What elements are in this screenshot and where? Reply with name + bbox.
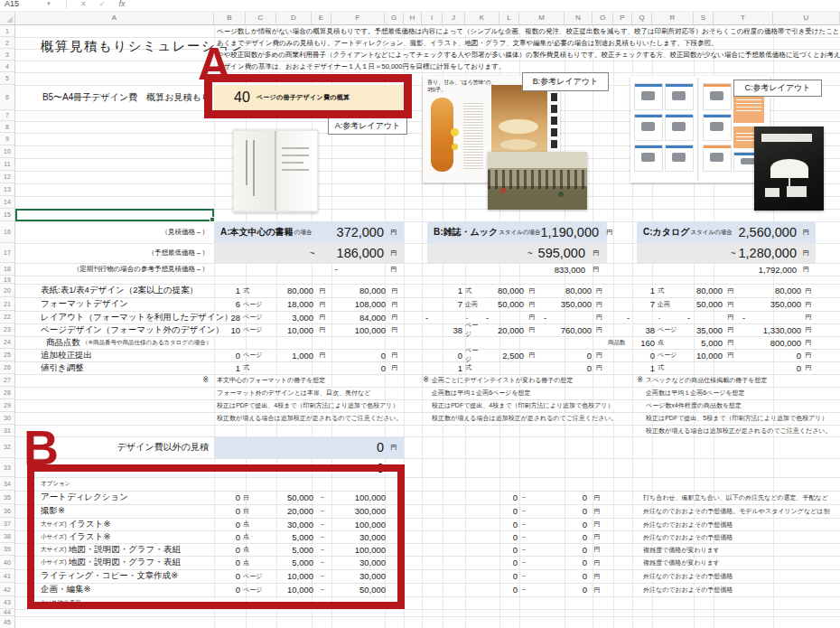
cell[interactable]: 50,000	[684, 299, 723, 309]
option-mid-values[interactable]: 0~0円	[422, 518, 607, 530]
cell[interactable]: 円	[723, 286, 739, 295]
cell[interactable]: 0	[530, 506, 587, 516]
cell[interactable]: 80,000	[540, 286, 592, 295]
row-number-40[interactable]: 40	[0, 556, 14, 569]
row-number-13[interactable]: 13	[0, 183, 14, 196]
cell[interactable]: ページ	[655, 325, 684, 334]
cell[interactable]: 円	[587, 572, 607, 581]
line-item-label[interactable]: 商品点数（※商品番号や商品仕様のあるカタログの場合）	[15, 336, 212, 349]
line-item-values-b[interactable]: 0ページ2,500円0円	[422, 349, 607, 361]
column-header-N[interactable]: N	[565, 11, 593, 25]
cell[interactable]: 円	[801, 286, 816, 295]
row-number-12[interactable]: 12	[0, 171, 14, 183]
cell[interactable]: 式	[240, 286, 276, 295]
cell[interactable]: 円	[313, 300, 331, 309]
option-mid-values[interactable]: 0~0円	[422, 569, 607, 583]
cell[interactable]: 1	[623, 286, 655, 295]
line-item-values-c[interactable]: ---円-円	[623, 311, 816, 323]
select-all-corner[interactable]	[0, 11, 15, 25]
line-item-values-b[interactable]: ---円-円	[422, 311, 607, 323]
line-item-label[interactable]: フォーマットデザイン	[15, 297, 212, 311]
cell[interactable]: 0	[422, 506, 518, 516]
row-number-39[interactable]: 39	[0, 543, 14, 556]
line-item-values-a[interactable]: 28ページ3,000円84,000円	[214, 311, 404, 323]
section-note[interactable]: 企画ごとにデザインテイストが変わる冊子の想定	[432, 376, 573, 384]
row-number-33[interactable]: 33	[0, 458, 14, 477]
cell[interactable]: 1,330,000	[739, 325, 801, 335]
row-number-2[interactable]: 2	[0, 37, 14, 49]
section-c-periodical-row[interactable]: 1,792,000円	[637, 263, 816, 276]
cell[interactable]: -	[422, 313, 462, 323]
line-item-label[interactable]: レイアウト（フォーマットを利用したデザイン）	[15, 311, 212, 323]
insert-function-icon[interactable]: fx	[118, 0, 125, 8]
line-item-label[interactable]: ページデザイン（フォーマット外のデザイン）	[15, 323, 212, 336]
line-item-values-a[interactable]: 6ページ18,000円108,000円	[214, 297, 404, 311]
cell[interactable]: 10,000	[684, 351, 723, 361]
cell[interactable]: ページ	[240, 325, 276, 334]
line-item-values-a[interactable]: 1式80,000円80,000円	[214, 284, 404, 297]
row-number-45[interactable]: 45	[0, 616, 14, 628]
section-a-price-row[interactable]: A:本文中心の書籍の場合 372,000円	[214, 221, 404, 243]
row-number-19[interactable]: 19	[0, 276, 14, 284]
cell[interactable]: 円	[587, 507, 607, 516]
section-note[interactable]: 校正数が増える場合は追加校正が足されるのでご注意ください。	[646, 426, 831, 435]
cell[interactable]: 80,000	[739, 286, 801, 295]
cell[interactable]: 円	[386, 363, 404, 372]
cell[interactable]: ~	[518, 521, 530, 528]
section-a-periodical-row[interactable]: - 円	[214, 263, 404, 276]
cell[interactable]: 円	[592, 300, 607, 309]
cell[interactable]: 0	[214, 351, 240, 361]
cell[interactable]: 0	[422, 585, 518, 595]
cell[interactable]: 1	[214, 363, 240, 373]
cancel-entry-icon[interactable]: ✕	[80, 0, 87, 8]
row-number-25[interactable]: 25	[0, 349, 14, 361]
cell[interactable]: 円	[801, 325, 816, 334]
cell[interactable]: 円	[723, 313, 739, 322]
row-number-43[interactable]: 43	[0, 596, 14, 609]
cell[interactable]: ~	[518, 573, 530, 579]
cell[interactable]: -	[623, 313, 655, 323]
intro-note[interactable]: やや校正回数が多めの商業利用冊子（クライアントなどによってチェックする人や部署が…	[217, 51, 840, 59]
column-header-E[interactable]: E	[312, 11, 331, 25]
line-item-values-a[interactable]: 10ページ10,000円100,000円	[214, 323, 404, 336]
option-note[interactable]: 外注なのでおおよその予想価格。モデルやスタイリングなどは別	[643, 507, 829, 515]
cell[interactable]: 20,000	[482, 325, 524, 335]
cell[interactable]: 80,000	[684, 286, 723, 295]
row-number-35[interactable]: 35	[0, 491, 14, 504]
cell[interactable]: 1	[623, 363, 655, 373]
row-number-29[interactable]: 29	[0, 399, 14, 412]
column-header-Q[interactable]: Q	[632, 11, 652, 25]
periodical-price-label[interactable]: （定期刊行物の場合の参考予想見積価格→）	[15, 263, 209, 276]
row-number-20[interactable]: 20	[0, 284, 14, 297]
line-item-label[interactable]: 表紙:表1/表4デザイン（2案以上の提案）	[15, 284, 212, 297]
line-item-values-b[interactable]: 7企画50,000円350,000円	[422, 297, 607, 311]
confirm-entry-icon[interactable]: ✓	[99, 0, 106, 8]
cell[interactable]: 点	[655, 338, 684, 347]
cell[interactable]: 80,000	[276, 286, 313, 295]
section-note[interactable]: 企画数は平均１企画6ページを想定	[646, 389, 745, 397]
cell[interactable]: 0	[422, 545, 518, 555]
cell[interactable]: 0	[530, 492, 587, 502]
column-header-I[interactable]: I	[422, 11, 443, 25]
cell[interactable]: 円	[587, 545, 607, 554]
row-number-24[interactable]: 24	[0, 336, 14, 349]
cell[interactable]: 円	[592, 325, 607, 334]
cell[interactable]: 6	[214, 299, 240, 309]
cell[interactable]: 円	[524, 313, 540, 322]
cell[interactable]: 50,000	[482, 299, 524, 309]
cell[interactable]: 350,000	[739, 299, 801, 309]
column-header-M[interactable]: M	[519, 11, 565, 25]
cell[interactable]: 円	[723, 300, 739, 309]
row-number-4[interactable]: 4	[0, 61, 14, 72]
cell[interactable]: 円	[313, 325, 331, 334]
row-number-14[interactable]: 14	[0, 196, 14, 209]
cell[interactable]: 0	[623, 351, 655, 361]
cell[interactable]: 0	[422, 351, 462, 361]
cell[interactable]: ~	[518, 547, 530, 553]
column-header-T[interactable]: T	[714, 11, 773, 25]
row-number-23[interactable]: 23	[0, 323, 14, 336]
cell[interactable]: ページ	[240, 313, 276, 322]
cell[interactable]: 18,000	[276, 299, 313, 309]
cell[interactable]: 企画	[462, 300, 482, 309]
option-mid-values[interactable]: 0~0円	[422, 543, 607, 556]
